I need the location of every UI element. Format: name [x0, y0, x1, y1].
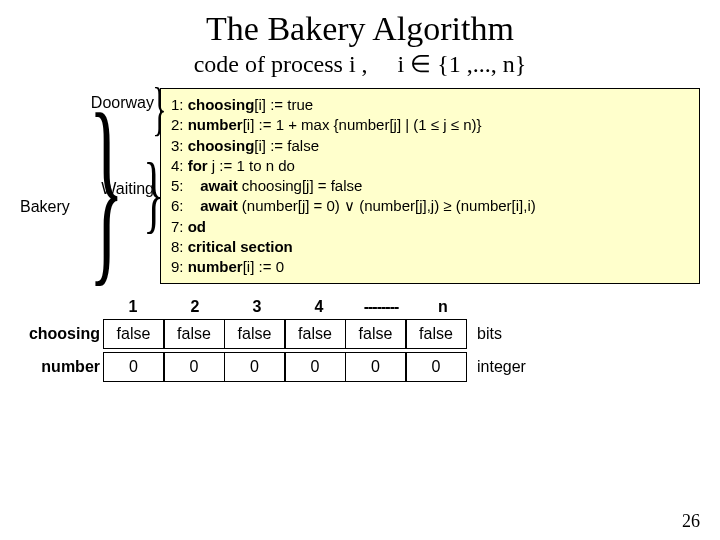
cell: 0: [224, 352, 286, 382]
cell: 0: [103, 352, 165, 382]
subtitle-right: i ∈ {1 ,..., n}: [398, 51, 527, 77]
code-line: 1: choosing[i] := true: [171, 95, 689, 115]
cell: 0: [163, 352, 225, 382]
cell: 0: [345, 352, 407, 382]
page-title: The Bakery Algorithm: [20, 10, 700, 48]
code-line: 4: for j := 1 to n do: [171, 156, 689, 176]
page-number: 26: [682, 511, 700, 532]
col-header: --------: [350, 298, 412, 316]
brace-icon: }: [89, 82, 124, 292]
brace-icon: }: [143, 150, 164, 236]
cell: false: [284, 319, 346, 349]
brace-labels: Doorway } Waiting } Bakery }: [20, 88, 160, 284]
cell: false: [405, 319, 467, 349]
col-header: 3: [226, 298, 288, 316]
main-content: Doorway } Waiting } Bakery } 1: choosing…: [20, 88, 700, 284]
code-line: 8: critical section: [171, 237, 689, 257]
cell: 0: [284, 352, 346, 382]
cell: 0: [405, 352, 467, 382]
table-row: choosing false false false false false f…: [20, 319, 700, 349]
code-line: 3: choosing[i] := false: [171, 136, 689, 156]
cell: false: [103, 319, 165, 349]
row-type: integer: [477, 358, 526, 376]
code-line: 9: number[i] := 0: [171, 257, 689, 277]
subtitle-left: code of process i ,: [194, 51, 368, 77]
cell: false: [224, 319, 286, 349]
code-line: 5: await choosing[j] = false: [171, 176, 689, 196]
code-box: 1: choosing[i] := true 2: number[i] := 1…: [160, 88, 700, 284]
row-label-number: number: [20, 358, 104, 376]
code-line: 7: od: [171, 217, 689, 237]
cell: false: [345, 319, 407, 349]
code-line: 6: await (number[j] = 0) ∨ (number[j],j)…: [171, 196, 689, 216]
label-bakery: Bakery: [20, 198, 70, 216]
row-label-choosing: choosing: [20, 325, 104, 343]
table-row: number 0 0 0 0 0 0 integer: [20, 352, 700, 382]
code-line: 2: number[i] := 1 + max {number[j] | (1 …: [171, 115, 689, 135]
col-header: n: [412, 298, 474, 316]
row-type: bits: [477, 325, 502, 343]
table-header-row: 1 2 3 4 -------- n: [102, 298, 700, 316]
state-tables: 1 2 3 4 -------- n choosing false false …: [20, 298, 700, 382]
cell: false: [163, 319, 225, 349]
col-header: 4: [288, 298, 350, 316]
brace-icon: }: [152, 78, 166, 138]
col-header: 2: [164, 298, 226, 316]
